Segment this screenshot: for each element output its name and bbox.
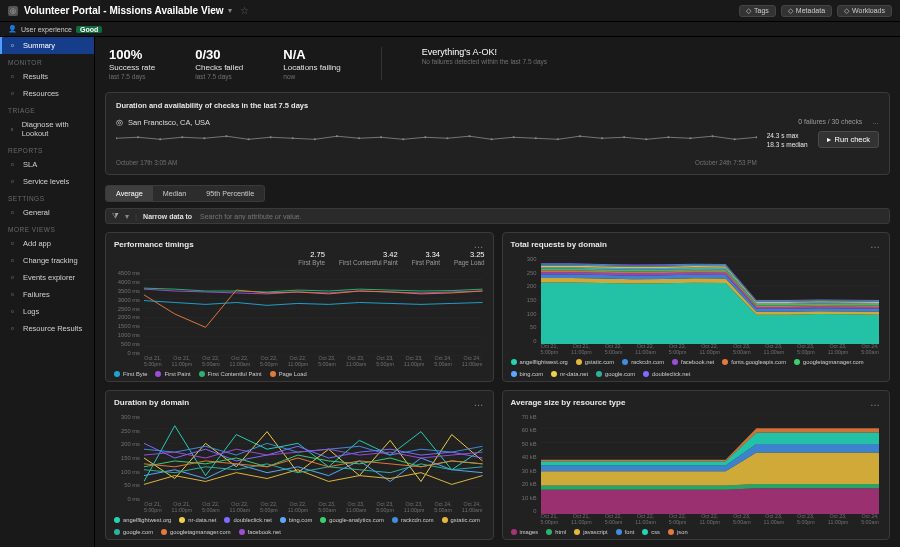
card-menu-icon[interactable]: … bbox=[474, 239, 485, 250]
sidebar-item-diagnose-with-lookout[interactable]: ▫Diagnose with Lookout bbox=[0, 116, 94, 142]
sidebar-item-summary[interactable]: ▫Summary bbox=[0, 37, 94, 54]
title-dropdown-icon[interactable]: ▾ bbox=[228, 6, 232, 15]
check-panel: Duration and availability of checks in t… bbox=[105, 92, 890, 175]
legend-item[interactable]: css bbox=[642, 529, 660, 535]
tab-95th-percentile[interactable]: 95th Percentile bbox=[196, 186, 264, 201]
legend-item[interactable]: facebook.net bbox=[672, 359, 714, 365]
events-explorer-icon: ▫ bbox=[8, 273, 17, 282]
filter-bar: ⧩ ▾ | Narrow data to bbox=[105, 208, 890, 224]
card-menu-icon[interactable]: … bbox=[870, 397, 881, 408]
legend-item[interactable]: html bbox=[546, 529, 566, 535]
card-menu-icon[interactable]: … bbox=[474, 397, 485, 408]
sidebar-item-service-levels[interactable]: ▫Service levels bbox=[0, 173, 94, 190]
run-check-button[interactable]: ▸ Run check bbox=[818, 131, 879, 148]
settings-icon: ▫ bbox=[8, 208, 17, 217]
tag-icon: ◇ bbox=[746, 7, 751, 15]
sidebar-item-general[interactable]: ▫General bbox=[0, 204, 94, 221]
spark-axis-left: October 17th 3:05 AM bbox=[116, 159, 177, 166]
legend-item[interactable]: javascript bbox=[574, 529, 607, 535]
svg-point-17 bbox=[491, 138, 493, 140]
chart-card-perf: Performance timings…2.75First Byte3.42Fi… bbox=[105, 232, 494, 382]
sidebar-item-add-app[interactable]: ▫Add app bbox=[0, 235, 94, 252]
svg-point-28 bbox=[734, 138, 736, 140]
svg-point-18 bbox=[513, 136, 515, 138]
legend-item[interactable]: google.com bbox=[114, 529, 153, 535]
legend-item[interactable]: facebook.net bbox=[239, 529, 281, 535]
legend-item[interactable]: rackcdn.com bbox=[622, 359, 664, 365]
legend-item[interactable]: angelflightwest.org bbox=[114, 517, 171, 523]
ux-status-badge: Good bbox=[76, 26, 102, 33]
check-location[interactable]: ◎ San Francisco, CA, USA bbox=[116, 118, 757, 127]
sidebar-item-change-tracking[interactable]: ▫Change tracking bbox=[0, 252, 94, 269]
svg-point-21 bbox=[579, 135, 581, 137]
legend-item[interactable]: First Contentful Paint bbox=[199, 371, 262, 377]
sidebar-item-logs[interactable]: ▫Logs bbox=[0, 303, 94, 320]
mini-metric: 3.34First Paint bbox=[412, 250, 440, 266]
svg-point-9 bbox=[314, 138, 316, 140]
workloads-pill[interactable]: ◇Workloads bbox=[837, 5, 892, 17]
card-title: Performance timings bbox=[114, 240, 194, 249]
legend-item[interactable]: google.com bbox=[596, 371, 635, 377]
legend-item[interactable]: bing.com bbox=[280, 517, 313, 523]
legend-item[interactable]: nr-data.net bbox=[179, 517, 216, 523]
legend-item[interactable]: gstatic.com bbox=[576, 359, 614, 365]
sidebar-item-results[interactable]: ▫Results bbox=[0, 68, 94, 85]
svg-point-13 bbox=[402, 138, 404, 140]
summary-icon: ▫ bbox=[8, 41, 17, 50]
page-title: Volunteer Portal - Missions Available Vi… bbox=[24, 5, 224, 16]
legend-item[interactable]: First Byte bbox=[114, 371, 147, 377]
chart-card-size: Average size by resource type…70 kB60 kB… bbox=[502, 390, 891, 540]
svg-point-12 bbox=[380, 136, 382, 138]
plot-size: 70 kB60 kB50 kB40 kB30 kB20 kB10 kB0Oct … bbox=[511, 414, 882, 526]
workloads-icon: ◇ bbox=[844, 7, 849, 15]
legend-item[interactable]: nr-data.net bbox=[551, 371, 588, 377]
tab-median[interactable]: Median bbox=[153, 186, 197, 201]
chart-card-dur: Duration by domain…300 ms250 ms200 ms150… bbox=[105, 390, 494, 540]
legend-item[interactable]: googletagmanager.com bbox=[161, 529, 231, 535]
nav-section: TRIAGE bbox=[0, 102, 94, 116]
plot-perf: 4500 ms4000 ms3500 ms3000 ms2500 ms2000 … bbox=[114, 270, 485, 368]
filter-chevron-icon[interactable]: ▾ bbox=[125, 212, 129, 221]
filter-search-input[interactable] bbox=[198, 212, 883, 221]
sparkline-chart bbox=[116, 131, 757, 157]
sidebar-item-failures[interactable]: ▫Failures bbox=[0, 286, 94, 303]
resource-results-icon: ▫ bbox=[8, 324, 17, 333]
location-icon: ◎ bbox=[116, 118, 123, 127]
card-title: Total requests by domain bbox=[511, 240, 607, 249]
check-more-icon[interactable]: … bbox=[872, 118, 879, 125]
legend-item[interactable]: googletagmanager.com bbox=[794, 359, 864, 365]
legend-item[interactable]: bing.com bbox=[511, 371, 544, 377]
legend-item[interactable]: google-analytics.com bbox=[320, 517, 383, 523]
tag-pill[interactable]: ◇Tags bbox=[739, 5, 776, 17]
entity-avatar-icon: ◎ bbox=[8, 6, 18, 16]
legend-item[interactable]: doubleclick.net bbox=[643, 371, 690, 377]
tab-average[interactable]: Average bbox=[106, 186, 153, 201]
sidebar-item-events-explorer[interactable]: ▫Events explorer bbox=[0, 269, 94, 286]
results-icon: ▫ bbox=[8, 72, 17, 81]
filter-icon[interactable]: ⧩ bbox=[112, 211, 119, 221]
legend-item[interactable]: images bbox=[511, 529, 539, 535]
svg-point-3 bbox=[181, 136, 183, 138]
legend-item[interactable]: json bbox=[668, 529, 688, 535]
sidebar-item-sla[interactable]: ▫SLA bbox=[0, 156, 94, 173]
change-tracking-icon: ▫ bbox=[8, 256, 17, 265]
metadata-icon: ◇ bbox=[788, 7, 793, 15]
legend-item[interactable]: angelflightwest.org bbox=[511, 359, 568, 365]
sidebar-item-resource-results[interactable]: ▫Resource Results bbox=[0, 320, 94, 337]
sidebar-item-resources[interactable]: ▫Resources bbox=[0, 85, 94, 102]
svg-point-20 bbox=[557, 138, 559, 140]
legend-item[interactable]: Page Load bbox=[270, 371, 307, 377]
legend-item[interactable]: fonts.googleapis.com bbox=[722, 359, 786, 365]
legend-item[interactable]: doubleclick.net bbox=[224, 517, 271, 523]
svg-point-15 bbox=[446, 137, 448, 139]
favorite-star-icon[interactable]: ☆ bbox=[240, 5, 249, 16]
card-menu-icon[interactable]: … bbox=[870, 239, 881, 250]
legend-item[interactable]: font bbox=[616, 529, 635, 535]
metric-checks-failed: 0/30 Checks failed last 7.5 days bbox=[195, 47, 243, 80]
svg-point-7 bbox=[270, 136, 272, 138]
legend-item[interactable]: First Paint bbox=[155, 371, 190, 377]
svg-point-25 bbox=[667, 136, 669, 138]
legend-item[interactable]: rackcdn.com bbox=[392, 517, 434, 523]
legend-item[interactable]: gstatic.com bbox=[442, 517, 480, 523]
metadata-pill[interactable]: ◇Metadata bbox=[781, 5, 832, 17]
